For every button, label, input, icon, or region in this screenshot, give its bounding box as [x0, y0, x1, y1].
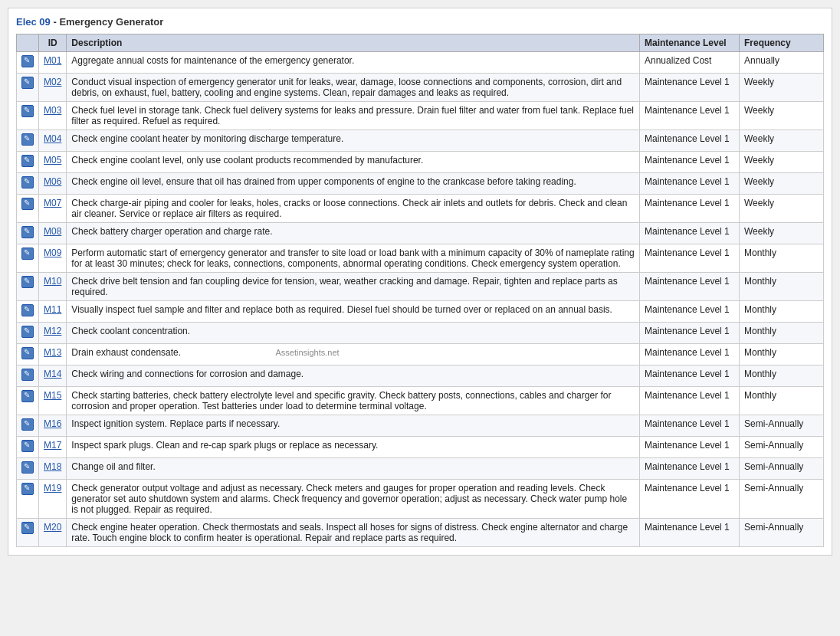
table-row: M03Check fuel level in storage tank. Che… [17, 102, 824, 130]
edit-icon[interactable] [21, 483, 34, 495]
edit-icon[interactable] [21, 77, 34, 89]
edit-cell [17, 195, 39, 223]
row-frequency: Weekly [740, 130, 824, 152]
edit-icon[interactable] [21, 440, 34, 452]
edit-cell [17, 223, 39, 244]
row-level: Maintenance Level 1 [640, 223, 740, 244]
edit-icon[interactable] [21, 369, 34, 381]
row-id: M16 [39, 415, 67, 437]
edit-icon[interactable] [21, 418, 34, 431]
id-link[interactable]: M10 [44, 276, 61, 287]
edit-cell [17, 152, 39, 173]
row-id: M18 [39, 458, 67, 480]
id-link[interactable]: M02 [44, 77, 61, 87]
row-description: Check starting batteries, check battery … [67, 387, 640, 415]
id-link[interactable]: M08 [44, 226, 61, 237]
table-row: M04Check engine coolant heater by monito… [17, 130, 824, 152]
edit-cell [17, 244, 39, 273]
row-id: M11 [39, 301, 67, 323]
edit-cell [17, 480, 39, 519]
table-header-row: ID Description Maintenance Level Frequen… [17, 34, 824, 52]
row-id: M01 [39, 52, 67, 74]
title-link[interactable]: Elec 09 [16, 16, 51, 28]
edit-icon[interactable] [21, 390, 34, 402]
id-link[interactable]: M15 [44, 390, 61, 401]
row-frequency: Weekly [740, 102, 824, 130]
edit-icon[interactable] [21, 176, 34, 189]
id-link[interactable]: M01 [44, 55, 61, 66]
edit-icon[interactable] [21, 226, 34, 238]
id-link[interactable]: M19 [44, 483, 61, 493]
edit-icon[interactable] [21, 304, 34, 316]
table-row: M13Drain exhaust condensate. Assetinsigh… [17, 344, 824, 366]
row-id: M07 [39, 195, 67, 223]
row-id: M17 [39, 437, 67, 458]
edit-icon[interactable] [21, 461, 34, 474]
edit-cell [17, 273, 39, 301]
edit-cell [17, 519, 39, 547]
row-frequency: Semi-Annually [740, 519, 824, 547]
row-description: Check wiring and connections for corrosi… [67, 366, 640, 387]
row-frequency: Weekly [740, 173, 824, 195]
id-link[interactable]: M05 [44, 155, 61, 166]
edit-icon[interactable] [21, 105, 34, 117]
watermark-text: Assetinsights.net [275, 346, 339, 359]
id-link[interactable]: M04 [44, 133, 61, 144]
id-link[interactable]: M03 [44, 105, 61, 116]
id-link[interactable]: M13 [44, 347, 61, 358]
row-level: Maintenance Level 1 [640, 458, 740, 480]
edit-icon[interactable] [21, 155, 34, 167]
row-description: Check fuel level in storage tank. Check … [67, 102, 640, 130]
row-level: Maintenance Level 1 [640, 74, 740, 102]
row-description: Check battery charger operation and char… [67, 223, 640, 244]
id-link[interactable]: M06 [44, 176, 61, 187]
table-row: M06Check engine oil level, ensure that o… [17, 173, 824, 195]
id-link[interactable]: M20 [44, 522, 61, 533]
row-level: Maintenance Level 1 [640, 323, 740, 344]
col-header-description: Description [67, 34, 640, 52]
row-description: Check drive belt tension and fan couplin… [67, 273, 640, 301]
table-row: M11Visually inspect fuel sample and filt… [17, 301, 824, 323]
edit-icon[interactable] [21, 198, 34, 210]
row-id: M15 [39, 387, 67, 415]
edit-icon[interactable] [21, 248, 34, 260]
edit-icon[interactable] [21, 55, 34, 67]
row-frequency: Semi-Annually [740, 415, 824, 437]
row-frequency: Monthly [740, 323, 824, 344]
row-id: M04 [39, 130, 67, 152]
row-level: Maintenance Level 1 [640, 152, 740, 173]
table-row: M17Inspect spark plugs. Clean and re-cap… [17, 437, 824, 458]
id-link[interactable]: M07 [44, 198, 61, 208]
edit-icon[interactable] [21, 522, 34, 534]
edit-icon[interactable] [21, 276, 34, 288]
row-level: Maintenance Level 1 [640, 519, 740, 547]
edit-cell [17, 415, 39, 437]
row-level: Maintenance Level 1 [640, 130, 740, 152]
id-link[interactable]: M11 [44, 304, 61, 315]
table-row: M05Check engine coolant level, only use … [17, 152, 824, 173]
id-link[interactable]: M17 [44, 440, 61, 451]
id-link[interactable]: M16 [44, 418, 61, 429]
row-frequency: Semi-Annually [740, 480, 824, 519]
table-row: M10Check drive belt tension and fan coup… [17, 273, 824, 301]
row-level: Maintenance Level 1 [640, 195, 740, 223]
row-id: M06 [39, 173, 67, 195]
row-frequency: Monthly [740, 344, 824, 366]
table-row: M08Check battery charger operation and c… [17, 223, 824, 244]
description-text: Drain exhaust condensate. Assetinsights.… [71, 347, 339, 358]
edit-icon[interactable] [21, 347, 34, 359]
edit-icon[interactable] [21, 133, 34, 146]
maintenance-table: ID Description Maintenance Level Frequen… [16, 34, 824, 547]
id-link[interactable]: M12 [44, 326, 61, 336]
id-link[interactable]: M18 [44, 461, 61, 472]
row-id: M05 [39, 152, 67, 173]
id-link[interactable]: M14 [44, 369, 61, 379]
row-id: M14 [39, 366, 67, 387]
row-description: Check engine coolant heater by monitorin… [67, 130, 640, 152]
id-link[interactable]: M09 [44, 248, 61, 258]
table-row: M02Conduct visual inspection of emergenc… [17, 74, 824, 102]
edit-icon[interactable] [21, 326, 34, 338]
edit-cell [17, 130, 39, 152]
table-row: M12Check coolant concentration.Maintenan… [17, 323, 824, 344]
row-description: Check engine oil level, ensure that oil … [67, 173, 640, 195]
